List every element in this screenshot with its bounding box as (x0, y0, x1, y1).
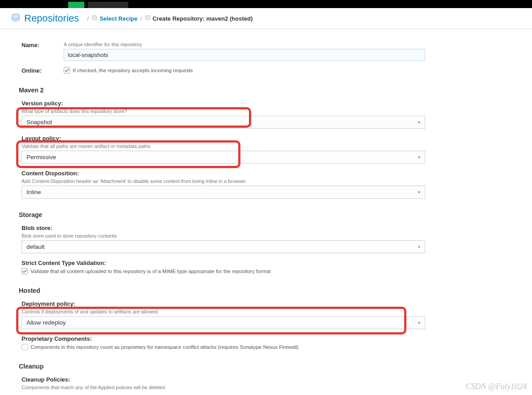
svg-rect-5 (22, 344, 28, 350)
strict-checkbox[interactable]: Validate that all content uploaded to th… (22, 268, 516, 274)
proprietary-label: Proprietary Components: (22, 335, 516, 342)
online-help: If checked, the repository accepts incom… (73, 68, 193, 73)
content-disposition-label: Content Disposition: (22, 170, 516, 177)
deployment-policy-label: Deployment policy: (22, 300, 516, 307)
strict-label: Strict Content Type Validation: (22, 260, 516, 266)
layout-policy-value: Permissive (26, 154, 56, 161)
name-help: A unique identifier for this repository (64, 42, 516, 47)
create-repo-icon (144, 15, 151, 22)
section-cleanup: Cleanup (19, 363, 516, 370)
select-recipe-icon (92, 15, 98, 22)
breadcrumb-sep: / (87, 15, 89, 22)
section-maven2: Maven 2 (19, 87, 516, 94)
section-hosted: Hosted (19, 287, 516, 294)
strict-validation-field: Strict Content Type Validation: Validate… (22, 260, 516, 274)
version-policy-value: Snapshot (26, 119, 52, 126)
cleanup-policies-field: Cleanup Policies: Components that match … (22, 376, 516, 395)
online-row: Online: If checked, the repository accep… (22, 67, 516, 74)
content-disposition-select[interactable]: Inline (22, 186, 425, 199)
checkbox-unchecked-icon (22, 344, 28, 350)
blob-store-field: Blob store: Blob store used to store rep… (22, 225, 516, 253)
layout-policy-help: Validate that all paths are maven artifa… (22, 143, 516, 149)
blob-store-help: Blob store used to store repository cont… (22, 233, 516, 239)
online-label: Online: (22, 67, 64, 74)
layout-policy-label: Layout policy: (22, 135, 516, 142)
breadcrumb-current: Create Repository: maven2 (hosted) (153, 15, 253, 22)
deployment-policy-value: Allow redeploy (26, 319, 66, 326)
breadcrumb-select-recipe[interactable]: Select Recipe (100, 15, 138, 22)
checkbox-checked-icon (64, 67, 70, 74)
strict-help: Validate that all content uploaded to th… (31, 269, 270, 274)
deployment-policy-select[interactable]: Allow redeploy (22, 316, 425, 329)
proprietary-checkbox[interactable]: Components in this repository count as p… (22, 344, 516, 350)
page-title[interactable]: Repositories (24, 13, 79, 24)
breadcrumb: Repositories / Select Recipe / Create Re… (0, 8, 532, 29)
toolbar-stub (88, 2, 128, 8)
version-policy-field: Version policy: What type of artifacts d… (22, 100, 516, 129)
layout-policy-field: Layout policy: Validate that all paths a… (22, 135, 516, 164)
version-policy-select[interactable]: Snapshot (22, 116, 425, 129)
blob-store-value: default (26, 243, 45, 250)
repositories-icon (11, 13, 21, 24)
version-policy-label: Version policy: (22, 100, 516, 107)
name-label: Name: (22, 42, 64, 48)
blob-store-label: Blob store: (22, 225, 516, 231)
section-storage: Storage (19, 211, 516, 218)
active-tab-indicator (68, 2, 84, 8)
app-topbar (0, 0, 532, 8)
form-body: Name: A unique identifier for this repos… (5, 29, 532, 395)
name-input[interactable] (64, 49, 425, 61)
deployment-policy-help: Controls if deployments of and updates t… (22, 309, 516, 314)
proprietary-help: Components in this repository count as p… (31, 344, 299, 350)
deployment-policy-field: Deployment policy: Controls if deploymen… (22, 300, 516, 329)
checkbox-checked-icon (22, 268, 28, 274)
layout-policy-select[interactable]: Permissive (22, 151, 425, 164)
cleanup-policies-help: Components that match any of the Applied… (22, 385, 516, 390)
proprietary-components-field: Proprietary Components: Components in th… (22, 335, 516, 350)
content-disposition-help: Add Content-Disposition header as 'Attac… (22, 178, 516, 184)
breadcrumb-sep-2: / (140, 15, 142, 22)
version-policy-help: What type of artifacts does this reposit… (22, 109, 516, 114)
online-checkbox[interactable]: If checked, the repository accepts incom… (64, 67, 516, 74)
cleanup-policies-label: Cleanup Policies: (22, 376, 516, 383)
blob-store-select[interactable]: default (22, 240, 425, 253)
name-row: Name: A unique identifier for this repos… (22, 42, 516, 61)
content-disposition-field: Content Disposition: Add Content-Disposi… (22, 170, 516, 199)
content-disposition-value: Inline (26, 189, 41, 195)
